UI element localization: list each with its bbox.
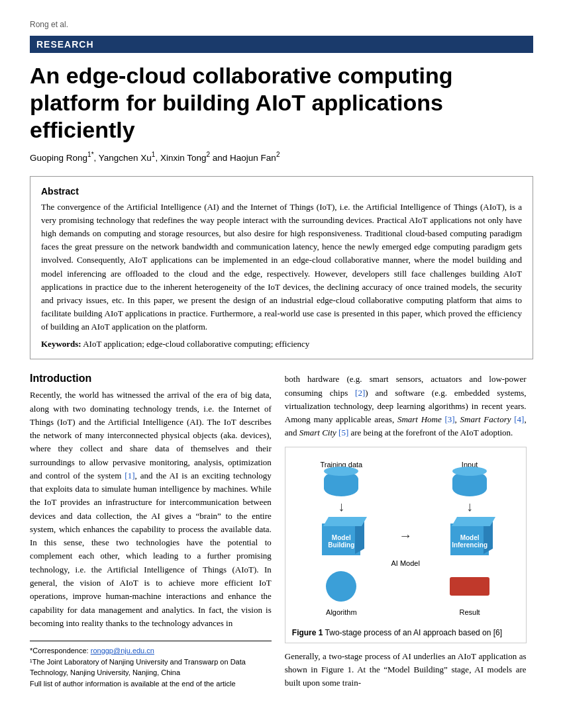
keywords-line: Keywords: AIoT application; edge-cloud c… bbox=[41, 339, 522, 349]
footnotes: *Correspondence: ronggp@nju.edu.cn ¹The … bbox=[30, 641, 272, 689]
bottom-shapes-row bbox=[292, 571, 519, 602]
model-inferencing-label: Model Inferencing bbox=[450, 534, 489, 549]
correspondence-note: *Correspondence: ronggp@nju.edu.cn bbox=[30, 645, 272, 657]
ref3[interactable]: [3] bbox=[444, 414, 454, 424]
right-column: both hardware (e.g. smart sensors, actua… bbox=[285, 373, 527, 690]
algorithm-circle bbox=[326, 571, 356, 602]
training-data-cylinder bbox=[324, 471, 358, 496]
introduction-body: Recently, the world has witnessed the ar… bbox=[30, 388, 272, 630]
model-building-cube: Model Building bbox=[318, 517, 364, 555]
diagram: Training data Input bbox=[292, 455, 519, 623]
affiliation1-note: ¹The Joint Laboratory of Nanjing Univers… bbox=[30, 657, 272, 678]
algorithm-label: Algorithm bbox=[326, 608, 356, 616]
down-arrow-right: ↓ bbox=[466, 499, 473, 514]
research-bar: RESEARCH bbox=[30, 36, 533, 53]
left-column: Introduction Recently, the world has wit… bbox=[30, 373, 272, 690]
cylinders-row bbox=[292, 471, 519, 496]
ref1[interactable]: [1] bbox=[125, 471, 134, 480]
abstract-box: Abstract The convergence of the Artifici… bbox=[30, 176, 533, 359]
author1-sup: 1* bbox=[87, 151, 93, 158]
header-author: Rong et al. bbox=[30, 20, 533, 29]
author1-name: Guoping Rong bbox=[30, 153, 87, 163]
page-title: An edge-cloud collaborative computing pl… bbox=[30, 62, 533, 143]
bottom-labels-row: Algorithm Result bbox=[292, 607, 519, 617]
author2-sep: , Yangchen Xu bbox=[94, 153, 152, 163]
introduction-title: Introduction bbox=[30, 373, 272, 385]
result-label: Result bbox=[459, 608, 480, 616]
result-bar bbox=[450, 577, 489, 596]
down-arrow-left: ↓ bbox=[338, 499, 344, 514]
model-inferencing-cube: Model Inferencing bbox=[446, 517, 493, 555]
ai-model-label: AI Model bbox=[292, 559, 519, 567]
ref4[interactable]: [4] bbox=[514, 414, 524, 424]
right-col-para1: both hardware (e.g. smart sensors, actua… bbox=[285, 373, 527, 439]
figure-1-box: Training data Input bbox=[285, 447, 527, 643]
down-arrows-row: ↓ ↓ bbox=[292, 499, 519, 514]
abstract-title: Abstract bbox=[41, 186, 522, 197]
ref5[interactable]: [5] bbox=[338, 428, 348, 437]
email-link[interactable]: ronggp@nju.edu.cn bbox=[91, 647, 154, 655]
input-cylinder bbox=[452, 471, 487, 496]
keywords-label: Keywords: bbox=[41, 339, 81, 349]
authors-line: Guoping Rong1*, Yangchen Xu1, Xinxin Ton… bbox=[30, 151, 533, 163]
model-building-label: Model Building bbox=[322, 534, 360, 549]
right-arrow: → bbox=[399, 528, 412, 543]
author4-sup: 2 bbox=[276, 151, 280, 158]
author3-sep: , Xinxin Tong bbox=[155, 153, 206, 163]
cubes-row: Model Building → bbox=[292, 517, 519, 555]
affiliation2-note: Full list of author information is avail… bbox=[30, 678, 272, 690]
keywords-text: AIoT application; edge-cloud collaborati… bbox=[81, 339, 310, 349]
abstract-text: The convergence of the Artificial Intell… bbox=[41, 201, 522, 334]
right-col-para2: Generally, a two-stage process of AI und… bbox=[285, 650, 527, 690]
two-column-layout: Introduction Recently, the world has wit… bbox=[30, 373, 533, 690]
ref2[interactable]: [2] bbox=[355, 388, 365, 398]
author4-sep: and Haojun Fan bbox=[210, 153, 276, 163]
figure-caption: Figure 1 Two-stage process of an AI appr… bbox=[292, 628, 519, 637]
